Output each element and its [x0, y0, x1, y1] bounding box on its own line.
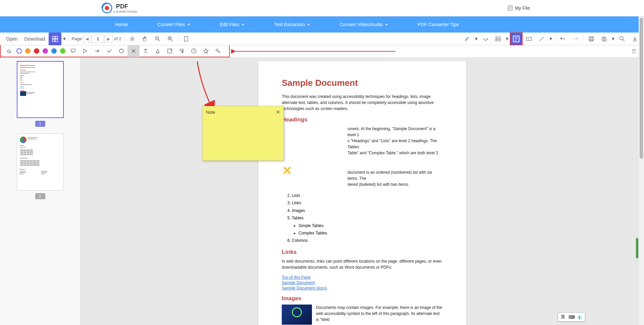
nav-convert-video-audio[interactable]: Convert Video/Audio▼: [325, 16, 403, 33]
nav-home[interactable]: Home: [101, 16, 143, 33]
check-icon: [106, 48, 112, 54]
color-magenta[interactable]: [43, 48, 48, 54]
list-item: Columns: [292, 237, 443, 244]
highlighter-icon: [464, 36, 470, 42]
undo-button[interactable]: [556, 33, 569, 45]
comment-stamp[interactable]: [67, 45, 79, 57]
color-white[interactable]: [16, 48, 22, 54]
export-dropdown[interactable]: ▾: [610, 33, 616, 45]
annotation-toolbar-row: NP ?: [0, 45, 644, 58]
undo-icon: [560, 36, 566, 42]
cross-annotation-marker[interactable]: [283, 167, 291, 174]
svg-line-12: [158, 40, 160, 41]
key-stamp[interactable]: [212, 45, 224, 57]
vertical-scrollbar[interactable]: [639, 16, 644, 325]
arrow-right-stamp[interactable]: [91, 45, 103, 57]
bucket-icon: [6, 48, 12, 54]
ime-lang: 英: [561, 314, 565, 320]
paragraph-stamp[interactable]: [176, 45, 188, 57]
search-button[interactable]: [616, 33, 629, 45]
new-paragraph-stamp[interactable]: NP: [152, 45, 164, 57]
thumbnails-dropdown[interactable]: ▾: [61, 33, 67, 45]
image-dropdown[interactable]: ▾: [504, 33, 510, 45]
doc-intro: This document was created using accessib…: [282, 94, 443, 112]
link-sample-document-docx[interactable]: Sample Document (docx): [282, 286, 443, 290]
doc-heading-images: Images: [282, 295, 443, 302]
note-popup[interactable]: Note ✕: [202, 106, 284, 161]
thumbnail-page-2[interactable]: ▬▬▬▬▬▬▬▬▬▬▬▬▬▬▬▬▬▬ Tables Simple Tables …: [17, 133, 64, 199]
fill-tool[interactable]: [3, 45, 15, 57]
export-icon: [601, 36, 607, 42]
zoom-in-button[interactable]: [164, 33, 177, 45]
note-close-button[interactable]: ✕: [276, 109, 280, 115]
prev-page-button[interactable]: ◀: [83, 35, 91, 43]
star-icon: [203, 48, 209, 54]
print-button[interactable]: [585, 33, 598, 45]
nav-convert-files[interactable]: Convert Files▼: [143, 16, 205, 33]
textbox-icon: T: [526, 36, 532, 42]
zoom-out-button[interactable]: [151, 33, 164, 45]
stamp-tool-active[interactable]: [510, 33, 523, 45]
svg-rect-29: [589, 38, 594, 40]
callout-arrow-horizontal: [231, 48, 399, 55]
key-icon: [215, 48, 221, 54]
color-orange[interactable]: [25, 48, 31, 54]
nav-text-extraction[interactable]: Text Extraction▼: [259, 16, 325, 33]
export-button[interactable]: [598, 33, 610, 45]
color-red[interactable]: [34, 48, 39, 54]
next-page-button[interactable]: ▶: [105, 35, 113, 43]
my-file-link[interactable]: My File: [507, 5, 530, 11]
svg-rect-9: [55, 39, 58, 42]
main-toolbar: Open Download ▾ Page ◀ ▶ of 2 ▾ ▾ T ▾ ▾: [0, 33, 644, 45]
download-button[interactable]: Download: [21, 34, 48, 44]
redo-button[interactable]: [569, 33, 582, 45]
annotation-toolbar: NP ?: [0, 45, 230, 57]
list-item: Links: [292, 200, 443, 206]
help-stamp[interactable]: ?: [188, 45, 200, 57]
textbox-tool[interactable]: T: [523, 33, 535, 45]
open-button[interactable]: Open: [3, 34, 21, 44]
delete-annotation-button[interactable]: [628, 45, 640, 57]
thumbnails-view-button[interactable]: [49, 33, 61, 45]
page-input[interactable]: [92, 35, 104, 43]
highlight-tool[interactable]: [461, 33, 474, 45]
text-note-stamp[interactable]: [164, 45, 176, 57]
line-tool[interactable]: [535, 33, 548, 45]
list-item: Complex Tables: [299, 230, 443, 236]
stamp-icon: [512, 35, 521, 43]
nav-bar: Home Convert Files▼ Edit Files▼ Text Ext…: [0, 16, 644, 33]
highlight-dropdown[interactable]: ▾: [474, 33, 479, 45]
star-stamp[interactable]: [200, 45, 212, 57]
scrollbar-thumb[interactable]: [640, 18, 643, 159]
svg-point-10: [131, 38, 133, 40]
circle-stamp[interactable]: [115, 45, 127, 57]
logo: PDF 2 EVERYTHING: [101, 2, 138, 14]
right-pointer-stamp[interactable]: [79, 45, 91, 57]
page-layout-button[interactable]: [180, 33, 193, 45]
nav-edit-files[interactable]: Edit Files▼: [205, 16, 259, 33]
doc-lists-text: document is an ordered (numbered) list w…: [347, 169, 443, 187]
document-viewport[interactable]: Sample Document This document was create…: [80, 58, 644, 325]
svg-point-35: [10, 52, 11, 53]
cross-stamp[interactable]: [127, 45, 140, 57]
pan-button[interactable]: [139, 33, 151, 45]
link-top-of-page[interactable]: Top of this Page: [282, 275, 443, 280]
checkmark-stamp[interactable]: [103, 45, 115, 57]
freehand-tool[interactable]: [479, 33, 492, 45]
zoom-in-icon: [167, 36, 173, 42]
page-icon: [183, 36, 189, 42]
settings-button[interactable]: [126, 33, 139, 45]
nav-pdf-converter-tips[interactable]: PDF Converter Tips: [403, 16, 474, 33]
list-item: Images: [292, 207, 443, 214]
triangle-right-icon: [82, 48, 88, 54]
list-item: Simple Tables: [299, 222, 443, 229]
insert-stamp[interactable]: [140, 45, 152, 57]
color-blue[interactable]: [51, 48, 57, 54]
thumbnail-panel[interactable]: Sample Document ▬▬▬▬▬▬▬▬▬▬▬▬▬▬▬ Headings…: [0, 58, 80, 325]
thumbnail-page-1[interactable]: Sample Document ▬▬▬▬▬▬▬▬▬▬▬▬▬▬▬ Headings…: [17, 61, 64, 127]
line-dropdown[interactable]: ▾: [548, 33, 553, 45]
link-sample-document[interactable]: Sample Document: [282, 280, 443, 285]
image-tool[interactable]: [492, 33, 504, 45]
color-green[interactable]: [60, 48, 65, 54]
ime-widget[interactable]: 英 ⌨ ◧: [558, 312, 585, 322]
